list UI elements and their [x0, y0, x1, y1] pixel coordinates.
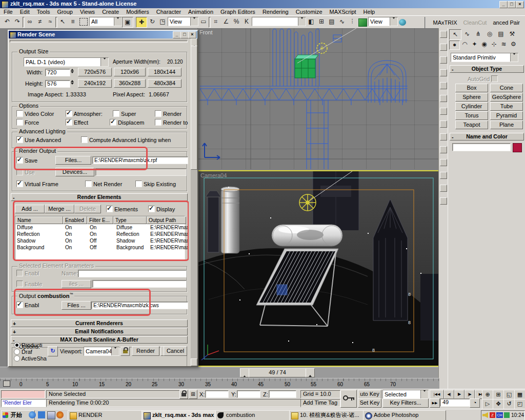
video-color-checkbox[interactable] — [16, 110, 23, 117]
render-to-fields-checkbox[interactable] — [155, 119, 161, 126]
cone-button[interactable]: Cone — [490, 84, 523, 92]
elements-table[interactable]: NameEnabledFilter E...TypeOutput Path Di… — [15, 216, 185, 261]
cleancut-button[interactable]: CleanCut — [460, 19, 490, 26]
time-slider-handle[interactable]: 49 / 74 — [249, 368, 306, 377]
front-viewport-label[interactable]: Front — [199, 29, 213, 35]
preset-120x96-button[interactable]: 120x96 — [114, 68, 146, 76]
subtab-spacewarps[interactable]: ≋ — [499, 41, 509, 49]
next-frame-button[interactable]: |▶ — [465, 390, 475, 399]
taskbar-item-photoshop[interactable]: Adobe Photoshop — [363, 410, 446, 420]
region-select-icon[interactable] — [79, 18, 88, 26]
table-row[interactable]: DiffuseOnOnDiffuseE:\RENDER\maxcm... — [15, 224, 185, 231]
box-button[interactable]: Box — [455, 84, 488, 92]
force-2sided-checkbox[interactable] — [16, 119, 23, 126]
undo-icon[interactable]: ↶ — [2, 17, 12, 27]
dialog-titlebar[interactable]: Render Scene _ □ × — [9, 31, 197, 38]
snap-toggle-icon[interactable]: ⌗ — [211, 17, 221, 27]
menu-group[interactable]: Group — [53, 9, 76, 15]
current-frame-field[interactable]: 49 — [440, 398, 471, 407]
set-key-button[interactable]: Set Key — [358, 398, 381, 408]
element-enable-checkbox[interactable] — [16, 270, 23, 276]
render-hidden-checkbox[interactable] — [155, 110, 161, 117]
subtab-lights[interactable]: ✦ — [470, 41, 479, 49]
selection-filter-dropdown[interactable]: All — [89, 17, 122, 26]
viewport-dropdown[interactable]: Camera04 — [84, 347, 119, 356]
production-radio[interactable] — [14, 342, 20, 348]
display-elements-checkbox[interactable] — [148, 206, 155, 212]
element-name-field[interactable] — [78, 270, 187, 277]
category-dropdown[interactable]: Standard Primitiv — [451, 53, 518, 62]
tab-utilities[interactable]: ⚒ — [507, 29, 518, 39]
email-notifications-rollout[interactable]: + Email Notifications — [11, 328, 188, 335]
tab-hierarchy[interactable]: ⋔ — [473, 29, 484, 39]
dropdown-arrow-icon[interactable] — [510, 53, 518, 62]
window-maximize-button[interactable]: □ — [508, 1, 516, 8]
zoom-extents-all-button[interactable]: ▦ — [514, 390, 525, 400]
min-max-toggle-button[interactable]: ◰ — [514, 399, 525, 409]
x-coordinate-field[interactable] — [205, 390, 229, 398]
render-button[interactable]: Render — [132, 346, 159, 356]
pan-button[interactable]: ✥ — [493, 399, 504, 409]
render-scene-icon[interactable] — [358, 18, 367, 27]
teapot-button[interactable]: Teapot — [455, 121, 488, 129]
preset-360x288-button[interactable]: 360x288 — [114, 79, 146, 88]
taskbar-item-render-folder[interactable]: RENDER — [68, 410, 151, 420]
menu-animation[interactable]: Animation — [185, 9, 217, 15]
keyboard-override-icon[interactable]: K — [241, 17, 252, 27]
select-link-icon[interactable]: ∞ — [25, 17, 35, 27]
subtab-systems[interactable]: ⚙ — [509, 41, 518, 49]
col-enabled[interactable]: Enabled — [63, 216, 87, 224]
minibar-icon[interactable] — [440, 82, 447, 89]
scale-icon[interactable]: ◳ — [157, 17, 168, 27]
trackbar-window-icon[interactable] — [3, 381, 10, 387]
object-color-swatch[interactable] — [513, 143, 522, 152]
tab-create[interactable]: ↖ — [449, 29, 461, 40]
taskbar-item-3dsmax[interactable]: zklt_rsq.max - 3ds max 5 ... — [142, 410, 225, 420]
tray-eudc-icon[interactable]: Z — [490, 412, 495, 418]
camera-viewport[interactable]: 8 8 8 Camera04 — [197, 170, 439, 367]
redo-icon[interactable]: ↷ — [12, 17, 23, 27]
set-keys-button[interactable] — [340, 390, 357, 408]
dropdown-arrow-icon[interactable] — [100, 58, 108, 66]
taskbar-item-document[interactable]: 10. 楂楦爽&糗告诶-诸... — [289, 410, 372, 420]
add-element-button[interactable]: Add ... — [15, 205, 45, 213]
menu-modifiers[interactable]: Modifiers — [123, 9, 153, 15]
elements-table-header[interactable]: NameEnabledFilter E...TypeOutput Path — [15, 216, 185, 224]
menu-help[interactable]: Help — [360, 9, 379, 15]
tab-display[interactable]: ▤ — [495, 29, 507, 39]
zoom-all-button[interactable]: ⊞ — [493, 390, 504, 400]
quick-launch-media-icon[interactable] — [56, 411, 64, 418]
render-elements-rollout[interactable]: - Render Elements — [11, 193, 188, 201]
camera-viewport-label[interactable]: Camera04 — [200, 172, 227, 178]
combustion-enable-checkbox[interactable] — [16, 302, 23, 308]
unlink-icon[interactable]: ≠ — [35, 17, 45, 27]
tray-speaker-icon[interactable] — [482, 412, 488, 418]
menu-file[interactable]: File — [0, 9, 16, 15]
dialog-maximize-button[interactable]: □ — [180, 31, 189, 38]
reference-coordinate-dropdown[interactable]: View — [168, 17, 198, 26]
output-preset-dropdown[interactable]: PAL D-1 (video) — [24, 57, 109, 67]
zoom-button[interactable]: ⊕ — [482, 390, 493, 400]
tab-modify[interactable]: ∿ — [461, 29, 473, 39]
scroll-down-button[interactable] — [191, 358, 197, 366]
layer-manager-icon[interactable]: ▤ — [327, 17, 337, 27]
scroll-up-button[interactable] — [191, 38, 197, 46]
y-coordinate-field[interactable] — [237, 390, 260, 398]
minibar-icon[interactable] — [440, 108, 447, 115]
auto-key-button[interactable]: uto Key — [358, 390, 381, 399]
object-type-rollout[interactable]: - Object Type — [450, 65, 524, 73]
angle-snap-icon[interactable]: ∠ — [221, 17, 231, 27]
track-bar[interactable]: 0 5 10 15 20 25 30 35 40 45 50 55 60 65 … — [0, 378, 439, 389]
device-field[interactable] — [95, 168, 187, 176]
dropdown-arrow-icon[interactable] — [111, 347, 119, 355]
dialog-minimize-button[interactable]: _ — [173, 31, 181, 38]
selection-lock-button[interactable] — [179, 390, 188, 399]
rotate-icon[interactable]: ↻ — [147, 17, 157, 27]
quick-launch-desktop-icon[interactable] — [47, 411, 55, 419]
dialog-scrollbar[interactable] — [191, 38, 197, 366]
minibar-icon[interactable] — [440, 44, 447, 51]
height-field[interactable]: 576 — [45, 80, 70, 88]
preset-refresh-button[interactable]: ↻ — [48, 346, 58, 356]
menu-edit[interactable]: Edit — [16, 9, 33, 15]
percent-snap-icon[interactable]: % — [231, 17, 241, 27]
